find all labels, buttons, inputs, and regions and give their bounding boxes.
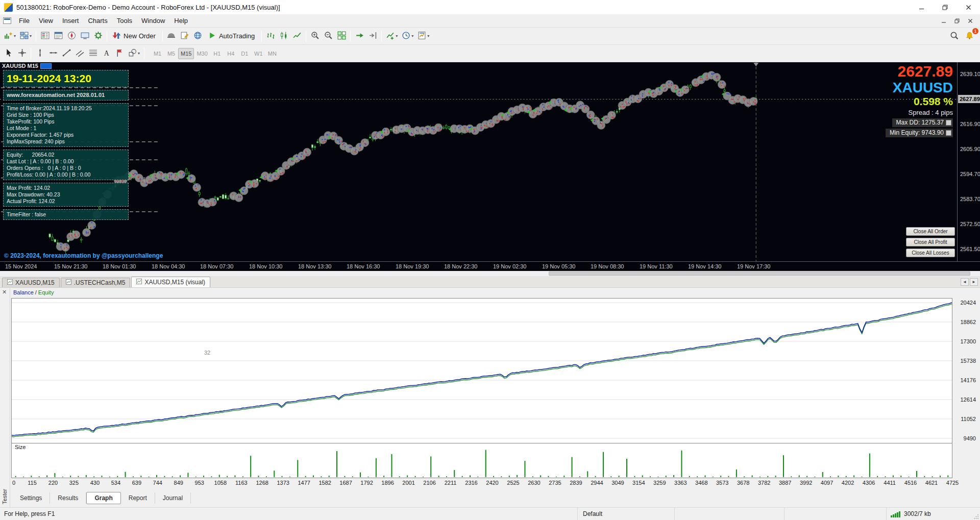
time-axis[interactable]: 15 Nov 202415 Nov 21:3018 Nov 01:3018 No… bbox=[0, 261, 980, 271]
market-button[interactable] bbox=[191, 30, 205, 43]
chart-tab-xauusd-m15-visual[interactable]: XAUUSD,M15 (visual) bbox=[131, 277, 210, 287]
tester-tab-settings[interactable]: Settings bbox=[12, 492, 50, 504]
menu-view[interactable]: View bbox=[34, 15, 58, 27]
search-wrap bbox=[947, 30, 961, 43]
arrows-button[interactable] bbox=[113, 47, 126, 60]
minimize-icon[interactable] bbox=[910, 0, 933, 14]
status-help-text: For Help, press F1 bbox=[0, 508, 577, 520]
navigator-button[interactable] bbox=[65, 30, 78, 43]
mdi-close-icon[interactable] bbox=[964, 16, 977, 26]
timeframe-m30[interactable]: M30 bbox=[194, 48, 210, 59]
strategy-tester-button[interactable] bbox=[91, 30, 105, 43]
tile-windows-button[interactable] bbox=[335, 30, 348, 43]
size-histogram[interactable]: Size bbox=[12, 443, 952, 478]
tab-scroll-right-icon[interactable]: ► bbox=[970, 278, 978, 286]
timeframe-h4[interactable]: H4 bbox=[224, 48, 238, 59]
fibonacci-button[interactable] bbox=[86, 47, 100, 60]
timeframe-h1[interactable]: H1 bbox=[210, 48, 224, 59]
menu-help[interactable]: Help bbox=[169, 15, 192, 27]
candlestick-mode-button[interactable] bbox=[277, 30, 290, 43]
chart-scrollbar[interactable] bbox=[0, 271, 980, 277]
equidistant-channel-button[interactable] bbox=[73, 47, 86, 60]
price-scale-label: 2583.70 bbox=[960, 196, 980, 202]
chart-scrollbar-thumb[interactable] bbox=[549, 271, 970, 276]
graph-x-label: 2630 bbox=[528, 480, 540, 486]
auto-scroll-button[interactable] bbox=[353, 30, 366, 43]
button-close-all-losses[interactable]: Close All Losses bbox=[906, 249, 955, 257]
resize-grip[interactable] bbox=[973, 508, 980, 520]
crosshair-button[interactable] bbox=[15, 47, 29, 60]
expert-advisors-button[interactable] bbox=[165, 30, 178, 43]
max-dd-box-icon[interactable] bbox=[946, 120, 951, 126]
menu-window[interactable]: Window bbox=[137, 15, 169, 27]
chart-tab-ustechcash-m5[interactable]: .USTECHCash,M5 bbox=[61, 278, 131, 287]
ea-profit-info-box: Max Profit: 124.02Max Drawdown: 40.23Act… bbox=[3, 183, 129, 207]
vertical-line-button[interactable] bbox=[33, 47, 46, 60]
templates-button[interactable]: ▾ bbox=[415, 30, 431, 43]
status-profile[interactable]: Default bbox=[577, 508, 674, 520]
bar-chart-mode-button[interactable] bbox=[264, 30, 277, 43]
graph-x-label: 4411 bbox=[884, 480, 896, 486]
new-chart-button[interactable]: ▾ bbox=[2, 30, 18, 43]
price-scale[interactable]: 2639.102616.902605.902594.702583.702572.… bbox=[958, 62, 980, 261]
ea-info-chip[interactable] bbox=[40, 63, 52, 69]
chart-window-icon[interactable] bbox=[3, 17, 11, 24]
ea-copyright: © 2023-2024, forexautomation by @passyou… bbox=[4, 252, 163, 259]
autotrading-button[interactable]: AutoTrading bbox=[205, 30, 259, 43]
restore-icon[interactable] bbox=[933, 0, 957, 14]
close-icon[interactable] bbox=[957, 0, 980, 14]
tester-panel-label[interactable]: Tester bbox=[2, 489, 8, 504]
horizontal-line-button[interactable] bbox=[46, 47, 60, 60]
menu-file[interactable]: File bbox=[14, 15, 34, 27]
timeframe-w1[interactable]: W1 bbox=[252, 48, 265, 59]
market-watch-button[interactable] bbox=[38, 30, 52, 43]
tester-close-icon[interactable]: ✕ bbox=[2, 289, 7, 295]
chart-tab-xauusd-m15[interactable]: XAUUSD,M15 bbox=[2, 278, 60, 287]
graph-x-label: 4516 bbox=[904, 480, 917, 486]
periods-button[interactable]: ▾ bbox=[400, 30, 415, 43]
min-equity-box-icon[interactable] bbox=[946, 130, 951, 136]
button-close-all-order[interactable]: Close All Order bbox=[906, 227, 955, 236]
trendline-button[interactable] bbox=[60, 47, 73, 60]
toolbar-separator bbox=[350, 31, 351, 42]
metaeditor-button[interactable] bbox=[178, 30, 191, 43]
tester-tab-results[interactable]: Results bbox=[50, 492, 86, 504]
tester-tab-journal[interactable]: Journal bbox=[155, 492, 191, 504]
text-button[interactable]: A bbox=[100, 47, 113, 60]
graph-x-label: 2944 bbox=[591, 480, 603, 486]
button-close-all-profit[interactable]: Close All Profit bbox=[906, 238, 955, 246]
arrows-icon bbox=[115, 48, 124, 59]
data-window-button[interactable] bbox=[52, 30, 65, 43]
tester-tab-graph[interactable]: Graph bbox=[86, 492, 120, 504]
menu-tools[interactable]: Tools bbox=[112, 15, 137, 27]
balance-graph[interactable]: Size bbox=[11, 298, 952, 478]
tester-tab-report[interactable]: Report bbox=[121, 492, 155, 504]
indicators-button[interactable]: ▾ bbox=[384, 30, 400, 43]
profiles-button[interactable]: ▾ bbox=[18, 30, 34, 43]
timeframe-mn[interactable]: MN bbox=[265, 48, 279, 59]
search-button[interactable] bbox=[947, 30, 961, 43]
tab-scroll-left-icon[interactable]: ◄ bbox=[961, 278, 969, 286]
shapes-button[interactable]: ▾ bbox=[126, 47, 142, 60]
price-chart[interactable]: XAUUSD M15 19-11-2024 13:20www.forexauto… bbox=[0, 62, 958, 261]
chart-shift-button[interactable] bbox=[366, 30, 379, 43]
terminal-button[interactable] bbox=[78, 30, 91, 43]
new-order-button[interactable]: New Order bbox=[109, 30, 160, 43]
timeframe-m15[interactable]: M15 bbox=[178, 48, 194, 59]
toolbar-groups: ▾▾New OrderAutoTrading▾▾▾ bbox=[2, 30, 431, 43]
zoom-in-button[interactable] bbox=[308, 30, 322, 43]
timeframe-m1[interactable]: M1 bbox=[151, 48, 164, 59]
menu-charts[interactable]: Charts bbox=[83, 15, 112, 27]
mdi-minimize-icon[interactable] bbox=[937, 16, 950, 26]
timeframe-m5[interactable]: M5 bbox=[164, 48, 178, 59]
line-chart-mode-button[interactable] bbox=[290, 30, 304, 43]
menu-insert[interactable]: Insert bbox=[58, 15, 84, 27]
cursor-button[interactable] bbox=[2, 47, 15, 60]
zoom-out-button[interactable] bbox=[322, 30, 335, 43]
time-axis-label: 19 Nov 14:30 bbox=[688, 263, 721, 269]
mdi-restore-icon[interactable] bbox=[950, 16, 964, 26]
status-profile-text: Default bbox=[583, 510, 602, 517]
toolbar-separator bbox=[381, 31, 382, 42]
timeframe-d1[interactable]: D1 bbox=[238, 48, 252, 59]
new-order-icon bbox=[112, 31, 121, 41]
